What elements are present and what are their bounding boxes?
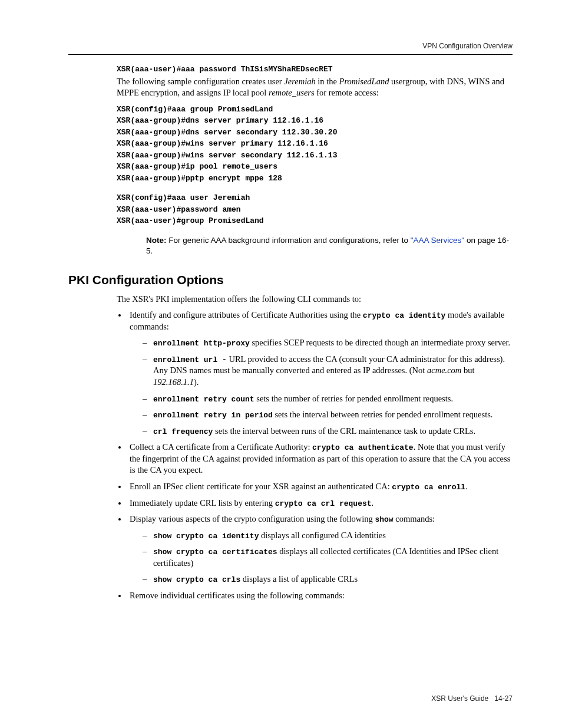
footer-guide: XSR User's Guide — [431, 694, 488, 703]
code-block-2: XSR(config)#aaa user Jeremiah XSR(aaa-us… — [117, 192, 513, 227]
code-line: XSR(aaa-group)#wins server primary 112.1… — [117, 138, 513, 150]
text: Display various aspects of the crypto co… — [130, 514, 375, 523]
text: Enroll an IPSec client certificate for y… — [130, 482, 392, 491]
text: sets the number of retries for pended en… — [254, 394, 453, 403]
command: enrollment url - — [153, 355, 227, 364]
note-block: Note: For generic AAA background informa… — [146, 235, 513, 256]
list-item: enrollment url - URL provided to access … — [143, 354, 513, 388]
list-item: Display various aspects of the crypto co… — [127, 513, 513, 585]
command: crypto ca identity — [363, 311, 445, 320]
bullet-list: Identify and configure attributes of Cer… — [117, 309, 513, 601]
list-item: Collect a CA certificate from a Certific… — [127, 442, 513, 476]
list-item: show crypto ca identity displays all con… — [143, 530, 513, 542]
code-line: XSR(aaa-user)#password amen — [117, 204, 513, 216]
list-item: enrollment retry count sets the number o… — [143, 393, 513, 405]
code-line: XSR(config)#aaa user Jeremiah — [117, 192, 513, 204]
list-item: show crypto ca certificates displays all… — [143, 546, 513, 569]
note-text: For generic AAA background information a… — [167, 236, 411, 245]
body-content: XSR(aaa-user)#aaa password ThISisMYShaRE… — [117, 64, 513, 256]
command: show crypto ca identity — [153, 532, 259, 541]
footer-page: 14-27 — [494, 694, 513, 703]
text: but — [461, 365, 474, 375]
code-line: XSR(aaa-group)#pptp encrypt mppe 128 — [117, 173, 513, 185]
list-item: enrollment retry in period sets the inte… — [143, 409, 513, 421]
list-item: Immediately update CRL lists by entering… — [127, 498, 513, 509]
command: enrollment retry in period — [153, 411, 273, 420]
sub-list: enrollment http-proxy specifies SCEP req… — [130, 337, 513, 437]
text: displays all configured CA identities — [259, 531, 385, 540]
code-line: XSR(aaa-group)#dns server secondary 112.… — [117, 127, 513, 139]
text: Identify and configure attributes of Cer… — [130, 310, 363, 319]
command: crypto ca crl request — [275, 499, 372, 508]
italic: remote_user — [269, 88, 311, 97]
italic: acme.com — [427, 365, 461, 375]
list-item: crl frequency sets the interval between … — [143, 426, 513, 437]
command: crypto ca enroll — [392, 483, 465, 492]
section-body: The XSR's PKI implementation offers the … — [117, 294, 513, 602]
command: enrollment http-proxy — [153, 339, 250, 348]
code-line: XSR(aaa-user)#aaa password ThISisMYShaRE… — [117, 64, 513, 75]
intro-paragraph: The following sample configuration creat… — [117, 76, 513, 99]
text: specifies SCEP requests to be directed t… — [250, 338, 510, 347]
code-line: XSR(aaa-group)#ip pool remote_users — [117, 161, 513, 173]
text: s for remote access: — [311, 88, 379, 97]
code-line: XSR(aaa-group)#wins server secondary 112… — [117, 150, 513, 162]
text: ). — [194, 377, 199, 387]
text: sets the interval between runs of the CR… — [213, 426, 475, 436]
text: Immediately update CRL lists by entering — [130, 498, 275, 508]
note-link[interactable]: "AAA Services" — [411, 236, 464, 245]
text: Collect a CA certificate from a Certific… — [130, 442, 312, 452]
command: enrollment retry count — [153, 395, 254, 404]
header-title: VPN Configuration Overview — [422, 42, 513, 50]
list-item: show crypto ca crls displays a list of a… — [143, 574, 513, 585]
italic: Jeremiah — [284, 77, 315, 86]
code-line: XSR(aaa-user)#group PromisedLand — [117, 215, 513, 227]
command: show crypto ca certificates — [153, 548, 277, 556]
text: . — [465, 482, 468, 491]
text: . — [372, 498, 374, 508]
command: show crypto ca crls — [153, 575, 240, 584]
page-header: VPN Configuration Overview — [68, 41, 513, 55]
note-label: Note: — [146, 236, 167, 245]
code-line: XSR(config)#aaa group PromisedLand — [117, 104, 513, 116]
text: commands: — [394, 514, 435, 523]
list-item: Remove individual certificates using the… — [127, 590, 513, 602]
page-footer: XSR User's Guide 14-27 — [431, 694, 513, 703]
sub-list: show crypto ca identity displays all con… — [130, 530, 513, 585]
text: sets the interval between retries for pe… — [273, 410, 493, 419]
text: displays a list of applicable CRLs — [240, 574, 358, 584]
list-item: Identify and configure attributes of Cer… — [127, 309, 513, 437]
list-item: enrollment http-proxy specifies SCEP req… — [143, 337, 513, 349]
text: The following sample configuration creat… — [117, 77, 284, 86]
lead-paragraph: The XSR's PKI implementation offers the … — [117, 294, 513, 305]
command: show — [375, 515, 393, 524]
text: Remove individual certificates using the… — [130, 591, 345, 600]
code-block-1: XSR(config)#aaa group PromisedLand XSR(a… — [117, 104, 513, 185]
command: crl frequency — [153, 427, 213, 436]
command: crypto ca authenticate — [312, 443, 414, 452]
list-item: Enroll an IPSec client certificate for y… — [127, 481, 513, 493]
section-heading: PKI Configuration Options — [68, 272, 513, 288]
italic: 192.168.1.1 — [153, 377, 194, 387]
code-line: XSR(aaa-group)#dns server primary 112.16… — [117, 115, 513, 127]
text: in the — [316, 77, 339, 86]
italic: PromisedLand — [339, 77, 389, 86]
